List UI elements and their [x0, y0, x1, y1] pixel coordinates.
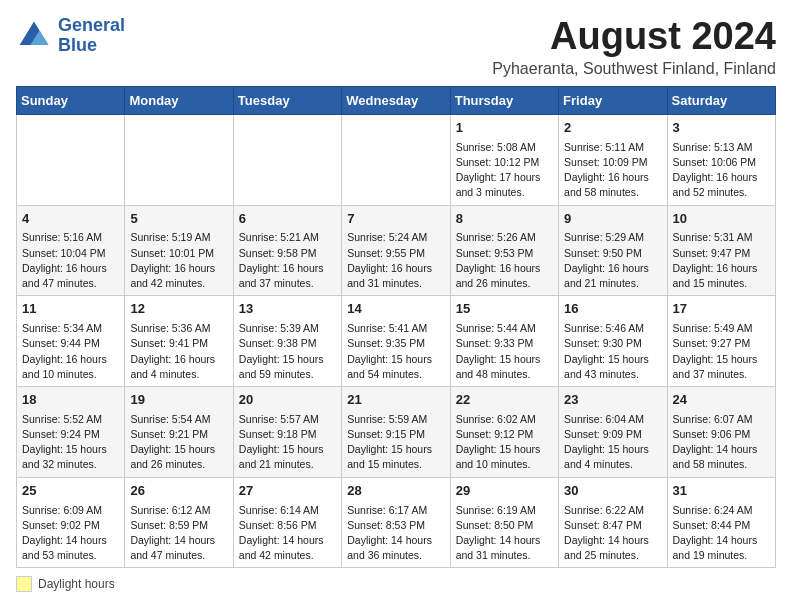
day-info: Sunset: 8:44 PM: [673, 518, 770, 533]
day-info: Daylight: 15 hours: [347, 352, 444, 367]
day-info: and 43 minutes.: [564, 367, 661, 382]
calendar-cell: 14Sunrise: 5:41 AMSunset: 9:35 PMDayligh…: [342, 296, 450, 387]
day-info: Sunset: 10:09 PM: [564, 155, 661, 170]
day-info: and 21 minutes.: [564, 276, 661, 291]
day-number: 1: [456, 119, 553, 138]
calendar-cell: 19Sunrise: 5:54 AMSunset: 9:21 PMDayligh…: [125, 386, 233, 477]
week-row-0: 1Sunrise: 5:08 AMSunset: 10:12 PMDayligh…: [17, 114, 776, 205]
logo-text: General Blue: [58, 16, 125, 56]
calendar-cell: 15Sunrise: 5:44 AMSunset: 9:33 PMDayligh…: [450, 296, 558, 387]
calendar-cell: 28Sunrise: 6:17 AMSunset: 8:53 PMDayligh…: [342, 477, 450, 568]
calendar-cell: 29Sunrise: 6:19 AMSunset: 8:50 PMDayligh…: [450, 477, 558, 568]
day-info: Sunrise: 5:19 AM: [130, 230, 227, 245]
calendar-cell: 5Sunrise: 5:19 AMSunset: 10:01 PMDayligh…: [125, 205, 233, 296]
day-info: Daylight: 15 hours: [239, 352, 336, 367]
calendar-cell: 7Sunrise: 5:24 AMSunset: 9:55 PMDaylight…: [342, 205, 450, 296]
day-info: Sunrise: 6:17 AM: [347, 503, 444, 518]
day-info: Daylight: 14 hours: [673, 442, 770, 457]
day-info: Sunrise: 6:19 AM: [456, 503, 553, 518]
day-info: Daylight: 14 hours: [239, 533, 336, 548]
calendar-cell: 18Sunrise: 5:52 AMSunset: 9:24 PMDayligh…: [17, 386, 125, 477]
calendar-cell: 21Sunrise: 5:59 AMSunset: 9:15 PMDayligh…: [342, 386, 450, 477]
day-info: Daylight: 16 hours: [239, 261, 336, 276]
logo: General Blue: [16, 16, 125, 56]
day-info: Sunrise: 5:49 AM: [673, 321, 770, 336]
day-info: Daylight: 15 hours: [130, 442, 227, 457]
day-info: Sunset: 9:27 PM: [673, 336, 770, 351]
day-info: Sunset: 8:56 PM: [239, 518, 336, 533]
day-info: and 47 minutes.: [130, 548, 227, 563]
day-info: Daylight: 16 hours: [22, 352, 119, 367]
day-info: and 4 minutes.: [564, 457, 661, 472]
day-info: Sunrise: 5:21 AM: [239, 230, 336, 245]
day-number: 9: [564, 210, 661, 229]
day-info: Sunrise: 6:14 AM: [239, 503, 336, 518]
day-info: and 26 minutes.: [130, 457, 227, 472]
calendar-cell: 12Sunrise: 5:36 AMSunset: 9:41 PMDayligh…: [125, 296, 233, 387]
day-info: Sunrise: 6:09 AM: [22, 503, 119, 518]
day-info: Sunrise: 5:52 AM: [22, 412, 119, 427]
calendar-cell: 17Sunrise: 5:49 AMSunset: 9:27 PMDayligh…: [667, 296, 775, 387]
day-info: Sunset: 9:06 PM: [673, 427, 770, 442]
day-info: and 21 minutes.: [239, 457, 336, 472]
day-info: Sunset: 10:04 PM: [22, 246, 119, 261]
day-info: and 54 minutes.: [347, 367, 444, 382]
day-info: Sunset: 9:30 PM: [564, 336, 661, 351]
day-info: Daylight: 16 hours: [456, 261, 553, 276]
day-info: Daylight: 15 hours: [239, 442, 336, 457]
day-info: Sunset: 8:59 PM: [130, 518, 227, 533]
day-info: Sunrise: 5:34 AM: [22, 321, 119, 336]
day-info: Daylight: 16 hours: [130, 352, 227, 367]
day-number: 27: [239, 482, 336, 501]
day-number: 22: [456, 391, 553, 410]
day-info: Sunrise: 5:26 AM: [456, 230, 553, 245]
day-info: Sunrise: 5:16 AM: [22, 230, 119, 245]
subtitle: Pyhaeranta, Southwest Finland, Finland: [492, 60, 776, 78]
header-day-wednesday: Wednesday: [342, 86, 450, 114]
day-info: and 42 minutes.: [130, 276, 227, 291]
day-info: and 58 minutes.: [564, 185, 661, 200]
day-number: 3: [673, 119, 770, 138]
day-number: 17: [673, 300, 770, 319]
day-info: Daylight: 15 hours: [456, 442, 553, 457]
day-info: Sunset: 9:47 PM: [673, 246, 770, 261]
day-info: Sunset: 8:53 PM: [347, 518, 444, 533]
logo-icon: [16, 18, 52, 54]
calendar-cell: 3Sunrise: 5:13 AMSunset: 10:06 PMDayligh…: [667, 114, 775, 205]
day-info: Sunset: 10:06 PM: [673, 155, 770, 170]
day-number: 30: [564, 482, 661, 501]
day-info: Sunset: 9:58 PM: [239, 246, 336, 261]
day-info: Daylight: 16 hours: [673, 261, 770, 276]
header-day-tuesday: Tuesday: [233, 86, 341, 114]
day-number: 7: [347, 210, 444, 229]
calendar-cell: [17, 114, 125, 205]
day-number: 31: [673, 482, 770, 501]
day-info: and 37 minutes.: [673, 367, 770, 382]
day-info: Sunrise: 6:04 AM: [564, 412, 661, 427]
day-info: and 31 minutes.: [456, 548, 553, 563]
calendar-cell: 20Sunrise: 5:57 AMSunset: 9:18 PMDayligh…: [233, 386, 341, 477]
day-info: and 32 minutes.: [22, 457, 119, 472]
day-info: Daylight: 16 hours: [130, 261, 227, 276]
day-info: Sunrise: 5:13 AM: [673, 140, 770, 155]
day-info: Sunset: 9:44 PM: [22, 336, 119, 351]
legend-label: Daylight hours: [38, 577, 115, 591]
calendar-cell: 1Sunrise: 5:08 AMSunset: 10:12 PMDayligh…: [450, 114, 558, 205]
day-info: Daylight: 15 hours: [347, 442, 444, 457]
calendar-cell: 9Sunrise: 5:29 AMSunset: 9:50 PMDaylight…: [559, 205, 667, 296]
day-info: and 31 minutes.: [347, 276, 444, 291]
day-info: Sunrise: 5:54 AM: [130, 412, 227, 427]
day-info: Sunset: 9:38 PM: [239, 336, 336, 351]
day-info: Daylight: 15 hours: [564, 352, 661, 367]
day-number: 24: [673, 391, 770, 410]
day-number: 26: [130, 482, 227, 501]
day-info: and 25 minutes.: [564, 548, 661, 563]
day-info: Sunrise: 5:36 AM: [130, 321, 227, 336]
day-info: and 58 minutes.: [673, 457, 770, 472]
day-info: Sunset: 9:15 PM: [347, 427, 444, 442]
calendar-cell: 2Sunrise: 5:11 AMSunset: 10:09 PMDayligh…: [559, 114, 667, 205]
day-info: Sunrise: 5:39 AM: [239, 321, 336, 336]
day-info: Sunset: 9:50 PM: [564, 246, 661, 261]
week-row-2: 11Sunrise: 5:34 AMSunset: 9:44 PMDayligh…: [17, 296, 776, 387]
calendar-cell: 31Sunrise: 6:24 AMSunset: 8:44 PMDayligh…: [667, 477, 775, 568]
